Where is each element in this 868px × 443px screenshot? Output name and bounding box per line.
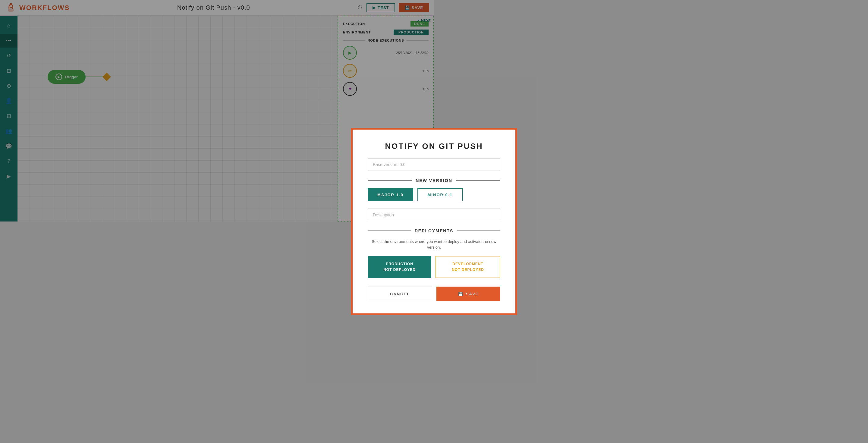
modal-title: NOTIFY ON GIT PUSH — [368, 141, 434, 151]
modal: NOTIFY ON GIT PUSH NEW VERSION MAJOR 1.0… — [352, 130, 434, 222]
base-version-input[interactable] — [368, 158, 434, 171]
minor-button[interactable]: MINOR 0.1 — [417, 188, 434, 201]
new-version-label: NEW VERSION — [415, 178, 434, 183]
major-button[interactable]: MAJOR 1.0 — [368, 188, 413, 201]
modal-wrapper: NOTIFY ON GIT PUSH NEW VERSION MAJOR 1.0… — [351, 128, 434, 222]
version-buttons: MAJOR 1.0 MINOR 0.1 — [368, 188, 434, 201]
section-line-left — [368, 180, 412, 181]
new-version-divider: NEW VERSION — [368, 178, 434, 183]
description-input[interactable] — [368, 209, 434, 221]
modal-overlay: NOTIFY ON GIT PUSH NEW VERSION MAJOR 1.0… — [0, 0, 434, 222]
